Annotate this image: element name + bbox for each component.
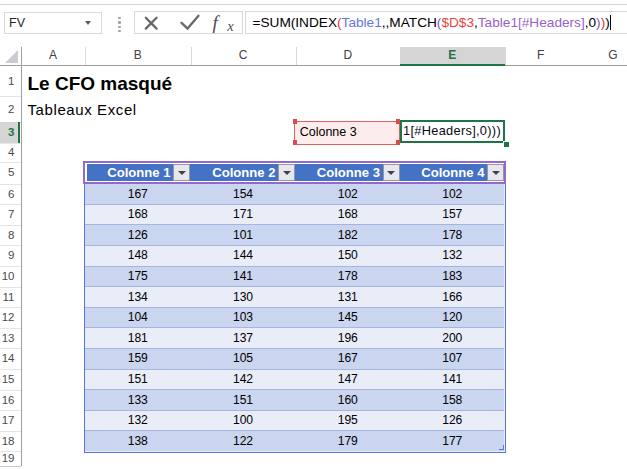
svg-text:f: f: [212, 12, 220, 33]
svg-text:x: x: [226, 18, 234, 33]
